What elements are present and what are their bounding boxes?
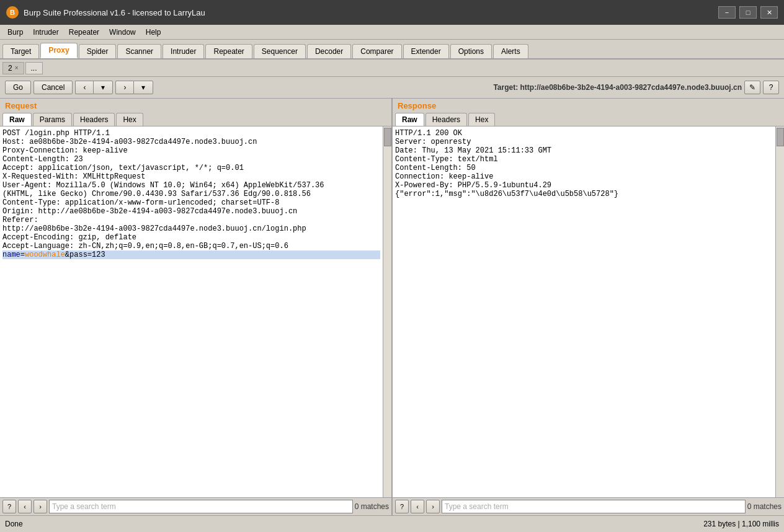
request-tab-headers[interactable]: Headers <box>73 113 115 126</box>
response-header: Response <box>393 99 784 113</box>
menu-window[interactable]: Window <box>104 27 141 38</box>
request-tab-raw[interactable]: Raw <box>2 113 32 126</box>
status-text: Done <box>5 520 23 528</box>
request-tab-hex[interactable]: Hex <box>116 113 143 126</box>
response-panel: Response Raw Headers Hex HTTP/1.1 200 OK… <box>393 99 784 515</box>
close-button[interactable]: ✕ <box>760 6 778 19</box>
app-icon: B <box>6 6 19 19</box>
request-content[interactable]: POST /login.php HTTP/1.1Host: ae08b6be-3… <box>0 126 383 497</box>
request-search-next[interactable]: › <box>33 500 47 513</box>
tab-scanner[interactable]: Scanner <box>117 44 161 58</box>
tab-intruder[interactable]: Intruder <box>163 44 204 58</box>
target-label: Target: http://ae08b6be-3b2e-4194-a003-9… <box>493 83 742 92</box>
request-search-prev[interactable]: ‹ <box>18 500 32 513</box>
response-tab-hex[interactable]: Hex <box>468 113 495 126</box>
cancel-button[interactable]: Cancel <box>33 81 73 94</box>
status-bar: Done 231 bytes | 1,100 millis <box>0 515 784 531</box>
target-prefix: Target: <box>493 83 520 92</box>
go-button[interactable]: Go <box>5 81 31 94</box>
request-panel: Request Raw Params Headers Hex POST /log… <box>0 99 393 515</box>
help-button[interactable]: ? <box>763 81 779 94</box>
response-search-input[interactable] <box>442 500 746 513</box>
request-search-bar: ? ‹ › 0 matches <box>0 497 391 515</box>
back-button[interactable]: ‹ <box>75 81 93 94</box>
request-body: POST /login.php HTTP/1.1Host: ae08b6be-3… <box>0 126 391 497</box>
request-tab-params[interactable]: Params <box>33 113 72 126</box>
response-search-prev[interactable]: ‹ <box>411 500 424 513</box>
request-scrollbar-thumb[interactable] <box>384 128 391 146</box>
menu-burp[interactable]: Burp <box>2 27 28 38</box>
response-search-bar: ? ‹ › 0 matches <box>393 497 784 515</box>
response-scrollbar-thumb[interactable] <box>777 128 784 146</box>
window-controls[interactable]: − □ ✕ <box>718 6 778 19</box>
repeater-tab-2-label: 2 <box>8 64 12 73</box>
minimize-button[interactable]: − <box>718 6 736 19</box>
tab-decoder[interactable]: Decoder <box>307 44 351 58</box>
request-search-input[interactable] <box>49 500 353 513</box>
request-matches: 0 matches <box>355 502 389 511</box>
request-search-help[interactable]: ? <box>2 500 16 513</box>
nav-back-group: ‹ ▾ <box>75 81 113 94</box>
response-scrollbar[interactable] <box>775 126 784 497</box>
tab-repeater[interactable]: Repeater <box>205 44 252 58</box>
edit-target-button[interactable]: ✎ <box>744 81 760 94</box>
repeater-tab-new[interactable]: ... <box>25 62 43 74</box>
tab-extender[interactable]: Extender <box>403 44 449 58</box>
main-tab-bar: Target Proxy Spider Scanner Intruder Rep… <box>0 40 784 60</box>
target-url: http://ae08b6be-3b2e-4194-a003-9827cda44… <box>520 83 742 92</box>
toolbar: Go Cancel ‹ ▾ › ▾ Target: http://ae08b6b… <box>0 77 784 99</box>
tab-sequencer[interactable]: Sequencer <box>254 44 306 58</box>
response-search-help[interactable]: ? <box>395 500 409 513</box>
tab-comparer[interactable]: Comparer <box>352 44 401 58</box>
main-content: Request Raw Params Headers Hex POST /log… <box>0 99 784 515</box>
tab-alerts[interactable]: Alerts <box>493 44 528 58</box>
menu-bar: Burp Intruder Repeater Window Help <box>0 25 784 40</box>
back-down-button[interactable]: ▾ <box>93 81 113 94</box>
response-tab-raw[interactable]: Raw <box>395 113 424 126</box>
request-tab-bar: Raw Params Headers Hex <box>0 113 391 126</box>
request-scrollbar[interactable] <box>383 126 391 497</box>
response-body: HTTP/1.1 200 OKServer: openrestyDate: Th… <box>393 126 784 497</box>
nav-forward-group: › ▾ <box>115 81 153 94</box>
response-tab-headers[interactable]: Headers <box>425 113 467 126</box>
maximize-button[interactable]: □ <box>739 6 757 19</box>
response-content[interactable]: HTTP/1.1 200 OKServer: openrestyDate: Th… <box>393 126 775 497</box>
repeater-tab-bar: 2 × ... <box>0 60 784 77</box>
menu-help[interactable]: Help <box>141 27 166 38</box>
forward-down-button[interactable]: ▾ <box>133 81 153 94</box>
repeater-tab-2-close[interactable]: × <box>15 64 19 71</box>
tab-target[interactable]: Target <box>2 44 39 58</box>
status-info: 231 bytes | 1,100 millis <box>703 520 779 528</box>
title-bar: B Burp Suite Professional v1.6 - license… <box>0 0 784 25</box>
tab-spider[interactable]: Spider <box>79 44 117 58</box>
window-title: Burp Suite Professional v1.6 - licensed … <box>24 8 205 17</box>
tab-options[interactable]: Options <box>450 44 492 58</box>
repeater-tab-2[interactable]: 2 × <box>2 62 24 74</box>
forward-button[interactable]: › <box>115 81 133 94</box>
response-matches: 0 matches <box>747 502 782 511</box>
tab-proxy[interactable]: Proxy <box>40 43 77 58</box>
request-header: Request <box>0 99 391 113</box>
menu-intruder[interactable]: Intruder <box>28 27 63 38</box>
menu-repeater[interactable]: Repeater <box>64 27 104 38</box>
response-tab-bar: Raw Headers Hex <box>393 113 784 126</box>
response-search-next[interactable]: › <box>426 500 440 513</box>
